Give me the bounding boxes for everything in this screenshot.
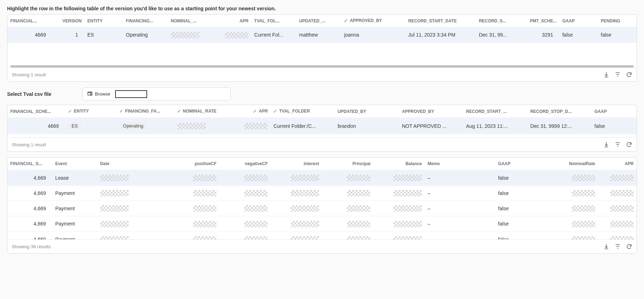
file-input[interactable] xyxy=(115,90,147,98)
col-principal[interactable]: Principal xyxy=(322,158,373,170)
cell-nominal-rate xyxy=(175,118,232,134)
refresh-icon[interactable] xyxy=(626,141,632,148)
filter-icon[interactable] xyxy=(615,243,621,250)
cell-financial: 4669 xyxy=(7,27,52,43)
col-pending[interactable]: PENDING xyxy=(598,15,637,27)
cell-updated-by: brandon xyxy=(335,118,399,134)
browse-button[interactable]: Browse xyxy=(85,89,112,99)
cell-date xyxy=(97,170,168,185)
col-pmt-sche[interactable]: PMT_SCHE... xyxy=(521,15,559,27)
col-record-stop[interactable]: RECORD_STOP_D... xyxy=(527,105,592,118)
col-gaap[interactable]: GAAP xyxy=(495,158,547,170)
cell-version: 1 xyxy=(52,27,84,43)
cell-principal xyxy=(322,201,373,216)
col-interest[interactable]: Interest xyxy=(270,158,322,170)
cell-positivecf xyxy=(168,201,219,216)
col-record-start[interactable]: RECORD_START_... xyxy=(463,105,527,118)
col-gaap[interactable]: GAAP xyxy=(592,105,637,118)
cell-financing-fa[interactable]: Operating xyxy=(117,118,175,134)
table-row[interactable]: 4669 1 ES Operating Current Fol... matth… xyxy=(7,27,637,43)
cell-apr xyxy=(598,185,637,201)
col-apr[interactable]: APR xyxy=(213,15,251,27)
cell-updated: matthew xyxy=(296,27,341,43)
col-financing-label: FINANCING_FA... xyxy=(125,109,160,114)
cell-date xyxy=(97,201,168,216)
col-balance[interactable]: Balance xyxy=(373,158,424,170)
col-updated[interactable]: UPDATED_... xyxy=(296,15,341,27)
cell-balance xyxy=(373,170,424,185)
col-record-s[interactable]: RECORD_S... xyxy=(476,15,521,27)
result-count: Showing 38 results xyxy=(12,244,51,249)
chip-entity: ES xyxy=(68,122,81,130)
cell-interest xyxy=(270,170,322,185)
col-apr-label: APR xyxy=(259,109,268,114)
draft-table-panel: FINANCIAL_SCHE... ENTITY FINANCING_FA...… xyxy=(7,105,637,152)
download-icon[interactable] xyxy=(603,141,610,148)
cell-positivecf xyxy=(168,170,219,185)
col-financing-fa[interactable]: FINANCING_FA... xyxy=(117,105,175,118)
col-tval-folder[interactable]: TVAL_FOLDER xyxy=(270,105,335,118)
draft-table: FINANCIAL_SCHE... ENTITY FINANCING_FA...… xyxy=(7,105,637,134)
version-table-panel: FINANCIAL... VERSION ENTITY FINANCING...… xyxy=(7,14,637,82)
table-header-row: FINANCIAL_SCHE... ENTITY FINANCING_FA...… xyxy=(7,105,637,118)
cell-financial-s: 4,669 xyxy=(7,232,52,239)
refresh-icon[interactable] xyxy=(626,71,632,78)
table-row[interactable]: 4,669Payment–false xyxy=(7,216,637,232)
panel-footer: Showing 1 result xyxy=(7,137,637,151)
file-select-label: Select Tval csv file xyxy=(7,91,78,97)
col-event[interactable]: Event xyxy=(52,158,97,170)
col-gaap[interactable]: GAAP xyxy=(559,15,598,27)
cell-entity[interactable]: ES xyxy=(65,118,117,134)
cell-memo: – xyxy=(425,201,495,216)
col-negativecf[interactable]: negativeCF xyxy=(219,158,270,170)
detail-scroll[interactable]: FINANCIAL_S... Event Date positiveCF neg… xyxy=(7,158,637,239)
col-memo[interactable]: Memo xyxy=(425,158,495,170)
col-apr[interactable]: APR xyxy=(598,158,637,170)
cell-interest xyxy=(270,201,322,216)
cell-apr xyxy=(598,201,637,216)
cell-interest xyxy=(270,216,322,232)
cell-balance xyxy=(373,232,424,239)
col-financial-sche[interactable]: FINANCIAL_SCHE... xyxy=(7,105,65,118)
detail-table-panel: FINANCIAL_S... Event Date positiveCF neg… xyxy=(7,157,637,254)
col-financial-s[interactable]: FINANCIAL_S... xyxy=(7,158,52,170)
col-entity[interactable]: ENTITY xyxy=(65,105,117,118)
col-record-start[interactable]: RECORD_START_DATE xyxy=(406,15,476,27)
col-apr[interactable]: APR xyxy=(232,105,270,118)
cell-gaap: false xyxy=(495,232,547,239)
file-picker[interactable]: Browse xyxy=(82,87,231,100)
col-tval-folder[interactable]: TVAL_FOL... xyxy=(251,15,296,27)
table-row[interactable]: 4,669Payment–false xyxy=(7,232,637,239)
table-row[interactable]: 4669 ES Operating Current Folder:/C... b… xyxy=(7,118,637,134)
col-approved-by[interactable]: APPROVED_BY xyxy=(399,105,463,118)
cell-nominal-rate xyxy=(547,170,598,185)
col-entity-label: ENTITY xyxy=(74,109,89,114)
col-entity[interactable]: ENTITY xyxy=(85,15,123,27)
browse-folder-icon xyxy=(87,91,93,97)
col-nominal-rate[interactable]: NOMINAL_RATE xyxy=(175,105,232,118)
col-nominal-rate[interactable]: NominalRate xyxy=(547,158,598,170)
download-icon[interactable] xyxy=(603,243,610,250)
col-financial[interactable]: FINANCIAL... xyxy=(7,15,52,27)
refresh-icon[interactable] xyxy=(626,243,632,250)
table-row[interactable]: 4,669Payment–false xyxy=(7,201,637,216)
table-row[interactable]: 4,669Lease–false xyxy=(7,170,637,185)
filter-icon[interactable] xyxy=(615,141,621,148)
cell-nominal xyxy=(168,27,213,43)
col-approved-by[interactable]: APPROVED_BY xyxy=(341,15,406,27)
col-updated-by[interactable]: UPDATED_BY xyxy=(335,105,399,118)
cell-entity: ES xyxy=(85,27,123,43)
col-nominal[interactable]: NOMINAL_... xyxy=(168,15,213,27)
col-version[interactable]: VERSION xyxy=(52,15,84,27)
download-icon[interactable] xyxy=(603,71,610,78)
filter-icon[interactable] xyxy=(615,71,621,78)
file-select-row: Select Tval csv file Browse xyxy=(7,87,637,100)
chip-financing: Operating xyxy=(119,122,147,130)
table-row[interactable]: 4,669Payment–false xyxy=(7,185,637,201)
cell-gaap: false xyxy=(592,118,637,134)
col-financing[interactable]: FINANCING... xyxy=(123,15,168,27)
cell-tval-folder: Current Fol... xyxy=(251,27,296,43)
cell-date xyxy=(97,185,168,201)
col-positivecf[interactable]: positiveCF xyxy=(168,158,219,170)
col-date[interactable]: Date xyxy=(97,158,168,170)
